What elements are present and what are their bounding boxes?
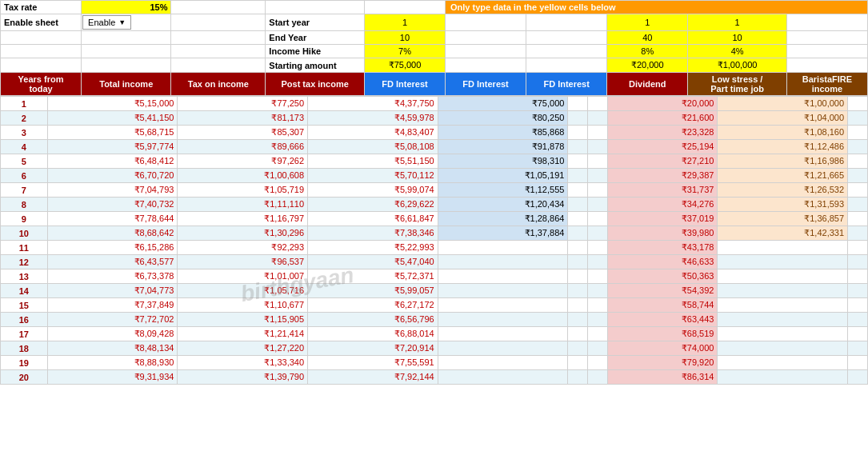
empty-cell (82, 45, 171, 58)
table-cell (588, 370, 608, 385)
table-cell: ₹74,000 (608, 341, 718, 356)
table-cell: ₹5,68,715 (47, 126, 178, 140)
table-cell (438, 313, 568, 327)
table-cell: ₹7,20,914 (308, 341, 438, 356)
income-hike-value[interactable]: 7% (364, 45, 445, 58)
table-cell: ₹1,11,110 (178, 198, 308, 212)
table-cell: ₹5,08,108 (308, 140, 438, 154)
empty-cell (786, 31, 867, 45)
table-cell (718, 341, 848, 356)
end-year-value[interactable]: 10 (364, 31, 445, 45)
table-cell: ₹5,97,774 (47, 140, 178, 154)
table-cell: ₹4,83,407 (308, 126, 438, 140)
empty-cell (526, 14, 607, 31)
table-cell (848, 198, 868, 212)
table-cell (848, 226, 868, 241)
table-cell: 11 (1, 241, 48, 255)
empty-cell (526, 58, 607, 73)
start-year-value[interactable]: 1 (364, 14, 445, 31)
table-cell: 1 (1, 97, 48, 111)
table-cell: ₹6,56,796 (308, 313, 438, 327)
table-cell: ₹6,73,378 (47, 269, 178, 284)
col6-end-value[interactable]: 10 (688, 31, 787, 45)
table-cell (848, 269, 868, 284)
table-cell: ₹1,21,414 (178, 327, 308, 341)
table-cell: 10 (1, 226, 48, 241)
table-cell (848, 241, 868, 255)
table-cell: ₹1,31,593 (718, 198, 848, 212)
start-year-label: Start year (266, 14, 365, 31)
table-cell: ₹1,12,486 (718, 140, 848, 154)
table-cell (568, 111, 588, 126)
table-cell: 14 (1, 284, 48, 298)
col5-start-value[interactable]: 1 (607, 14, 688, 31)
empty-cell (171, 45, 266, 58)
empty-cell (526, 45, 607, 58)
table-cell: 4 (1, 140, 48, 154)
col-header-barista: BaristaFIRE income (786, 73, 867, 96)
table-cell: ₹1,10,677 (178, 298, 308, 313)
table-cell: ₹8,48,134 (47, 341, 178, 356)
table-cell (848, 183, 868, 198)
table-cell: ₹5,99,057 (308, 284, 438, 298)
table-cell: ₹1,21,665 (718, 169, 848, 183)
table-cell: ₹4,37,750 (308, 97, 438, 111)
table-cell (848, 169, 868, 183)
tax-rate-value[interactable]: 15% (82, 1, 171, 14)
table-cell: ₹43,178 (608, 241, 718, 255)
table-cell (848, 327, 868, 341)
col-header-dividend: Dividend (607, 73, 688, 96)
table-cell (718, 298, 848, 313)
table-cell: ₹5,99,074 (308, 183, 438, 198)
col5-hike-value[interactable]: 8% (607, 45, 688, 58)
table-cell: ₹29,387 (608, 169, 718, 183)
table-cell: ₹1,27,220 (178, 341, 308, 356)
table-cell (848, 341, 868, 356)
table-cell (588, 140, 608, 154)
table-cell: ₹39,980 (608, 226, 718, 241)
table-cell (568, 269, 588, 284)
table-cell: ₹1,05,716 (178, 284, 308, 298)
table-cell (718, 269, 848, 284)
table-cell: 12 (1, 255, 48, 269)
table-cell (568, 298, 588, 313)
col6-amount-value[interactable]: ₹1,00,000 (688, 58, 787, 73)
empty-cell (786, 14, 867, 31)
table-cell: ₹7,72,702 (47, 313, 178, 327)
enable-button[interactable]: Enable (82, 15, 131, 30)
table-cell (568, 284, 588, 298)
table-cell (848, 370, 868, 385)
table-cell: ₹1,01,007 (178, 269, 308, 284)
col5-amount-value[interactable]: ₹20,000 (607, 58, 688, 73)
col6-start-value[interactable]: 1 (688, 14, 787, 31)
empty-cell (82, 31, 171, 45)
table-cell (588, 169, 608, 183)
table-cell (438, 241, 568, 255)
table-cell: ₹1,12,555 (438, 183, 568, 198)
table-cell (568, 154, 588, 169)
table-cell: ₹46,633 (608, 255, 718, 269)
empty-cell (82, 58, 171, 73)
table-cell (848, 154, 868, 169)
table-cell (588, 298, 608, 313)
table-cell (718, 255, 848, 269)
empty-cell (446, 31, 526, 45)
table-cell: ₹6,27,172 (308, 298, 438, 313)
col6-hike-value[interactable]: 4% (688, 45, 787, 58)
table-cell: ₹7,40,732 (47, 198, 178, 212)
table-cell (568, 212, 588, 226)
income-hike-label: Income Hike (266, 45, 365, 58)
table-cell: 19 (1, 356, 48, 370)
col5-end-value[interactable]: 40 (607, 31, 688, 45)
end-year-label: End Year (266, 31, 365, 45)
table-cell (568, 140, 588, 154)
table-cell: ₹1,08,160 (718, 126, 848, 140)
table-cell (438, 284, 568, 298)
table-cell: ₹7,38,346 (308, 226, 438, 241)
table-cell: ₹4,59,978 (308, 111, 438, 126)
table-cell: ₹5,70,112 (308, 169, 438, 183)
table-cell (848, 212, 868, 226)
table-cell: ₹5,72,371 (308, 269, 438, 284)
starting-amount-value[interactable]: ₹75,000 (364, 58, 445, 73)
table-cell (848, 111, 868, 126)
